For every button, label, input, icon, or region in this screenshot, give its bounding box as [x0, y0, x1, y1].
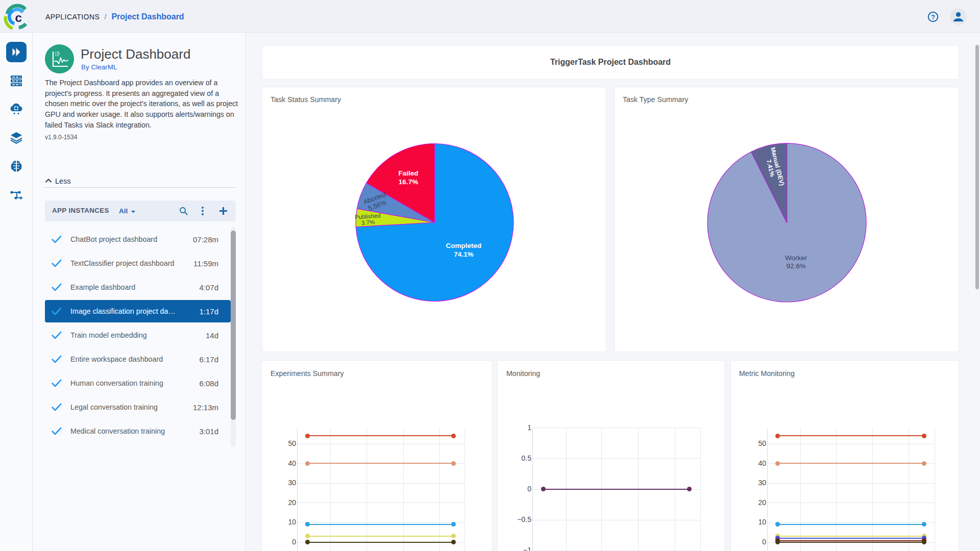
- svg-text:3.7%: 3.7%: [361, 219, 375, 226]
- svg-text:c: c: [15, 11, 22, 24]
- svg-text:Failed: Failed: [398, 169, 418, 177]
- svg-text:74.1%: 74.1%: [454, 251, 473, 258]
- svg-text:16.7%: 16.7%: [399, 178, 418, 186]
- svg-text:Completed: Completed: [446, 242, 482, 249]
- svg-text:?: ?: [931, 14, 935, 21]
- svg-text:92.6%: 92.6%: [787, 262, 806, 270]
- svg-text:Worker: Worker: [785, 254, 807, 262]
